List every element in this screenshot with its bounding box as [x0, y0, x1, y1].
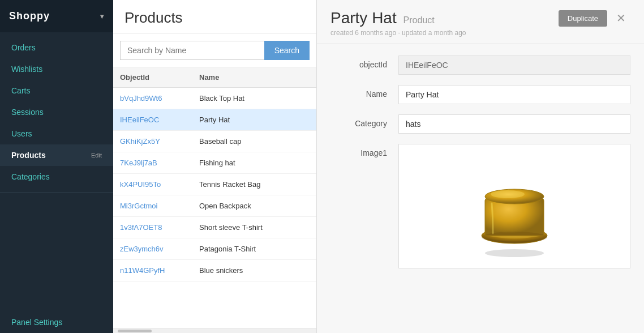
row-name: Party Hat	[199, 116, 310, 124]
search-input[interactable]	[120, 41, 264, 60]
detail-title-area: Party Hat Product created 6 months ago ·…	[330, 9, 466, 37]
sidebar: Shoppy ▾ Orders Wishlists Carts Sessions…	[0, 0, 113, 333]
field-row-image1: Image1	[330, 144, 630, 268]
field-row-objectid: objectId	[330, 56, 630, 75]
row-id: n11W4GPyfH	[120, 266, 199, 275]
sidebar-item-panel-settings[interactable]: Panel Settings	[0, 311, 113, 333]
image1-container	[398, 144, 630, 268]
table-row[interactable]: 7KeJ9lj7aB Fishing hat	[113, 152, 316, 174]
table-row[interactable]: bVqJhd9Wt6 Black Top Hat	[113, 88, 316, 109]
search-button[interactable]: Search	[264, 41, 310, 60]
row-id: 1v3fA7OET8	[120, 223, 199, 232]
svg-point-5	[491, 190, 525, 198]
table-row[interactable]: Mi3rGctmoi Open Backpack	[113, 195, 316, 217]
row-name: Baseball cap	[199, 137, 310, 146]
table-row[interactable]: n11W4GPyfH Blue snickers	[113, 260, 316, 281]
table-row[interactable]: zEw3ymch6v Patagonia T-Shirt	[113, 238, 316, 260]
row-id: Mi3rGctmoi	[120, 202, 199, 210]
row-id: kX4PUI95To	[120, 180, 199, 189]
name-field	[398, 85, 630, 104]
content-area: Products Search ObjectId Name bVqJhd9Wt6…	[113, 0, 644, 333]
nav-divider	[0, 192, 113, 193]
objectid-field	[398, 56, 630, 75]
category-field	[398, 114, 630, 134]
chevron-down-icon[interactable]: ▾	[100, 12, 104, 20]
sidebar-item-carts[interactable]: Carts	[0, 80, 113, 101]
sidebar-item-products[interactable]: Products Edit	[0, 144, 113, 166]
sidebar-item-label: Orders	[11, 43, 36, 52]
sidebar-item-categories[interactable]: Categories	[0, 166, 113, 187]
svg-point-1	[485, 249, 544, 257]
table-body: bVqJhd9Wt6 Black Top Hat IHEeilFeOC Part…	[113, 88, 316, 281]
detail-panel: Party Hat Product created 6 months ago ·…	[317, 0, 644, 333]
detail-actions: Duplicate ✕	[559, 9, 630, 27]
sidebar-header: Shoppy ▾	[0, 0, 113, 32]
row-id: zEw3ymch6v	[120, 245, 199, 253]
search-bar: Search	[113, 34, 316, 67]
detail-form: objectId Name Category Image1	[317, 44, 644, 290]
row-name: Black Top Hat	[199, 94, 310, 103]
product-type: Product	[403, 15, 435, 25]
row-id: GKhiKjZx5Y	[120, 137, 199, 146]
sidebar-item-sessions[interactable]: Sessions	[0, 101, 113, 123]
table-row[interactable]: 1v3fA7OET8 Short sleeve T-shirt	[113, 217, 316, 238]
field-row-category: Category	[330, 114, 630, 134]
table-header: ObjectId Name	[113, 67, 316, 88]
sidebar-item-label: Users	[11, 129, 32, 138]
column-header-name: Name	[199, 73, 310, 82]
scrollbar-area	[113, 328, 316, 333]
sidebar-item-wishlists[interactable]: Wishlists	[0, 58, 113, 80]
row-id: bVqJhd9Wt6	[120, 94, 199, 103]
objectid-input[interactable]	[398, 56, 630, 75]
image1-field	[398, 144, 630, 268]
table-row[interactable]: GKhiKjZx5Y Baseball cap	[113, 131, 316, 152]
duplicate-button[interactable]: Duplicate	[559, 10, 607, 27]
edit-badge: Edit	[91, 152, 102, 159]
products-table: ObjectId Name bVqJhd9Wt6 Black Top Hat I…	[113, 67, 316, 328]
products-panel: Products Search ObjectId Name bVqJhd9Wt6…	[113, 0, 317, 333]
row-name: Fishing hat	[199, 159, 310, 167]
field-row-name: Name	[330, 85, 630, 104]
row-name: Open Backpack	[199, 202, 310, 210]
table-row[interactable]: kX4PUI95To Tennis Racket Bag	[113, 174, 316, 195]
objectid-label: objectId	[330, 56, 398, 69]
products-title: Products	[124, 9, 305, 27]
app-name: Shoppy	[9, 10, 50, 22]
row-name: Short sleeve T-shirt	[199, 223, 310, 232]
product-title: Party Hat	[330, 9, 397, 27]
column-header-id: ObjectId	[120, 73, 199, 82]
name-label: Name	[330, 85, 398, 99]
table-row[interactable]: IHEeilFeOC Party Hat	[113, 109, 316, 131]
detail-header: Party Hat Product created 6 months ago ·…	[317, 0, 644, 44]
name-input[interactable]	[398, 85, 630, 104]
product-meta: created 6 months ago · updated a month a…	[330, 29, 466, 37]
sidebar-item-users[interactable]: Users	[0, 123, 113, 144]
row-id: 7KeJ9lj7aB	[120, 159, 199, 167]
sidebar-nav: Orders Wishlists Carts Sessions Users Pr…	[0, 32, 113, 311]
party-hat-image	[458, 150, 571, 263]
row-name: Patagonia T-Shirt	[199, 245, 310, 253]
image1-label: Image1	[330, 144, 398, 157]
sidebar-item-orders[interactable]: Orders	[0, 37, 113, 58]
category-input[interactable]	[398, 114, 630, 134]
row-name: Blue snickers	[199, 266, 310, 275]
panel-settings-label: Panel Settings	[11, 318, 62, 327]
category-label: Category	[330, 114, 398, 128]
svg-point-6	[482, 232, 547, 243]
products-header: Products	[113, 0, 316, 34]
close-button[interactable]: ✕	[612, 9, 630, 27]
row-name: Tennis Racket Bag	[199, 180, 310, 189]
sidebar-item-label: Categories	[11, 172, 50, 181]
scrollbar-thumb[interactable]	[118, 330, 152, 332]
row-id: IHEeilFeOC	[120, 116, 199, 124]
sidebar-item-label: Products	[11, 151, 46, 160]
sidebar-item-label: Wishlists	[11, 65, 42, 74]
sidebar-item-label: Carts	[11, 86, 30, 95]
sidebar-item-label: Sessions	[11, 108, 44, 117]
